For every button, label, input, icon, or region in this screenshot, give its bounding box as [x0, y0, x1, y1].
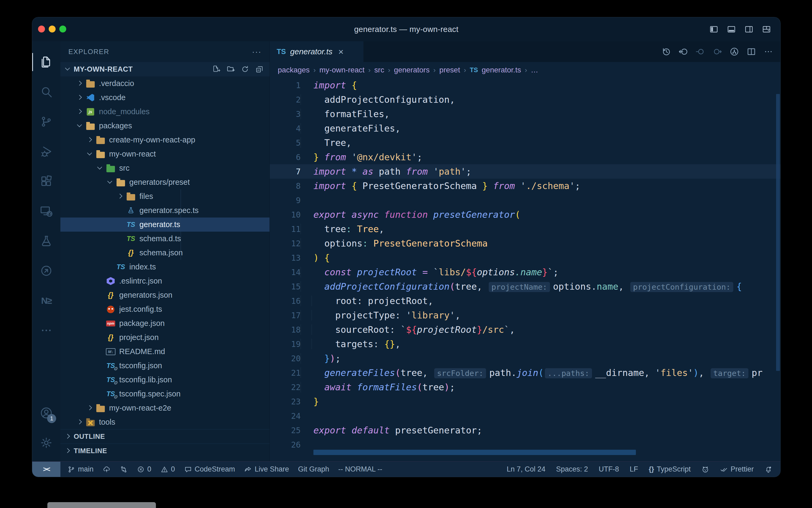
breadcrumb-item[interactable]: preset	[439, 66, 460, 74]
layout-sidebar-icon[interactable]	[709, 25, 719, 34]
horizontal-scrollbar[interactable]	[314, 450, 636, 455]
tree-item-project-json[interactable]: {}project.json	[60, 330, 270, 344]
activity-nx-console[interactable]: N≥	[32, 286, 60, 315]
activity-remote-explorer[interactable]	[32, 196, 60, 226]
status-item-0[interactable]: 0	[160, 465, 175, 473]
status-item-live-share[interactable]: Live Share	[244, 465, 289, 473]
tree-item-tsconfig-spec-json[interactable]: TS⚙tsconfig.spec.json	[60, 387, 270, 401]
vscode-window: generator.ts — my-own-react N≥1 EXPLORER…	[32, 17, 780, 477]
token-var: tree	[314, 224, 346, 234]
status-item-0[interactable]: 0	[137, 465, 151, 473]
tree-item--eslintrc-json[interactable]: .eslintrc.json	[60, 274, 270, 288]
status-item-typescript[interactable]: {}TypeScript	[649, 465, 691, 473]
tree-item-generators-preset[interactable]: generators/preset	[60, 175, 270, 189]
status-item--normal-[interactable]: -- NORMAL --	[338, 465, 382, 473]
layout-sidebar-right-icon[interactable]	[744, 25, 754, 34]
breadcrumb-item[interactable]: packages	[278, 66, 310, 74]
zoom-window-button[interactable]	[59, 26, 66, 33]
project-section-header[interactable]: MY-OWN-REACT	[60, 62, 270, 76]
chevron-spacer	[96, 278, 103, 284]
activity-source-control[interactable]	[32, 107, 60, 137]
tree-item--vscode[interactable]: .vscode	[60, 90, 270, 104]
new-file-button-icon[interactable]	[212, 65, 221, 74]
collapse-all-button-icon[interactable]	[255, 65, 264, 74]
status-item-spaces-2[interactable]: Spaces: 2	[556, 465, 588, 473]
token-strq: '	[449, 310, 455, 321]
token-var: formatFiles	[314, 109, 384, 119]
remote-indicator[interactable]: ><	[32, 462, 60, 477]
history-button-icon[interactable]	[661, 47, 671, 57]
tree-item-src[interactable]: src	[60, 161, 270, 175]
breadcrumb-symbol-more[interactable]: …	[531, 66, 538, 74]
activity-explorer[interactable]	[32, 47, 60, 77]
tree-item-generator-spec-ts[interactable]: generator.spec.ts	[60, 203, 270, 217]
chevron-down-icon	[76, 123, 83, 129]
status-item-lf[interactable]: LF	[630, 465, 638, 473]
tree-item-tools[interactable]: tools	[60, 415, 270, 429]
tree-item-package-json[interactable]: npmpackage.json	[60, 316, 270, 330]
minimize-window-button[interactable]	[49, 26, 56, 33]
refresh-button-icon[interactable]	[241, 65, 249, 74]
status-item-cloud-upload[interactable]	[103, 465, 111, 473]
more-dots-button-icon[interactable]	[763, 47, 773, 57]
tree-item-generator-ts[interactable]: TSgenerator.ts	[60, 217, 270, 231]
token-strq: `	[504, 324, 510, 335]
vertical-scrollbar[interactable]	[776, 94, 780, 371]
workbench: N≥1 EXPLORER ··· MY-OWN-REACT .verdaccio…	[32, 41, 780, 461]
new-folder-button-icon[interactable]	[226, 65, 235, 74]
sidebar-more-actions-button[interactable]: ···	[252, 47, 261, 56]
activity-settings[interactable]	[32, 428, 60, 458]
status-item-git-compare[interactable]	[120, 465, 128, 473]
close-tab-button[interactable]: ×	[338, 47, 344, 57]
status-item-octoface[interactable]	[701, 465, 709, 473]
title-bar[interactable]: generator.ts — my-own-react	[32, 17, 780, 41]
activity-run-debug[interactable]	[32, 137, 60, 166]
layout-grid-icon[interactable]	[762, 25, 771, 34]
back-circle-button-icon[interactable]	[678, 47, 688, 57]
code-line-content: const projectRoot = `libs/${options.name…	[301, 267, 559, 278]
tree-item-packages[interactable]: packages	[60, 119, 270, 133]
status-item-ln-7-col-24[interactable]: Ln 7, Col 24	[507, 465, 545, 473]
token-b3: {	[736, 281, 742, 292]
split-button-icon[interactable]	[746, 47, 756, 57]
status-item-utf-8[interactable]: UTF-8	[599, 465, 619, 473]
tree-item-my-own-react-e2e[interactable]: my-own-react-e2e	[60, 401, 270, 415]
tree-item-files[interactable]: files	[60, 189, 270, 203]
activity-accounts[interactable]: 1	[32, 398, 60, 428]
tree-item-readme-md[interactable]: M↓README.md	[60, 344, 270, 358]
activity-gitlens[interactable]	[32, 256, 60, 286]
breadcrumb-file[interactable]: generator.ts	[482, 66, 521, 74]
tree-item-tsconfig-lib-json[interactable]: TS⚙tsconfig.lib.json	[60, 373, 270, 387]
activity-testing[interactable]	[32, 226, 60, 256]
tree-item-jest-config-ts[interactable]: jest.config.ts	[60, 302, 270, 316]
circle-left-button-icon[interactable]	[695, 47, 705, 57]
tree-item-my-own-react[interactable]: my-own-react	[60, 147, 270, 161]
git-circle-button-icon[interactable]	[729, 47, 739, 57]
panel-header-outline[interactable]: OUTLINE	[60, 429, 270, 443]
tree-item-node-modules[interactable]: jsnode_modules	[60, 104, 270, 119]
circle-right-button-icon[interactable]	[712, 47, 722, 57]
layout-panel-icon[interactable]	[727, 25, 736, 34]
tree-item-schema-d-ts[interactable]: TSschema.d.ts	[60, 231, 270, 246]
status-item-bell-dot[interactable]	[764, 465, 772, 473]
breadcrumb-item[interactable]: src	[374, 66, 384, 74]
status-item-prettier[interactable]: Prettier	[720, 465, 754, 473]
code-editor[interactable]: 1import {2 addProjectConfiguration,3 for…	[270, 78, 780, 461]
breadcrumb-item[interactable]: generators	[394, 66, 430, 74]
tree-item--verdaccio[interactable]: .verdaccio	[60, 76, 270, 90]
status-item-codestream[interactable]: CodeStream	[184, 465, 235, 473]
tree-item-index-ts[interactable]: TSindex.ts	[60, 260, 270, 274]
activity-search[interactable]	[32, 77, 60, 107]
tree-item-schema-json[interactable]: {}schema.json	[60, 246, 270, 260]
tree-item-tsconfig-json[interactable]: TS⚙tsconfig.json	[60, 358, 270, 373]
activity-more-views[interactable]	[32, 315, 60, 345]
close-window-button[interactable]	[38, 26, 45, 33]
status-item-git-graph[interactable]: Git Graph	[298, 465, 329, 473]
activity-extensions[interactable]	[32, 166, 60, 196]
status-item-main[interactable]: main	[67, 465, 94, 473]
panel-header-timeline[interactable]: TIMELINE	[60, 443, 270, 458]
tab-generator-ts[interactable]: TSgenerator.ts×	[270, 41, 364, 62]
tree-item-create-my-own-react-app[interactable]: create-my-own-react-app	[60, 133, 270, 147]
breadcrumb-item[interactable]: my-own-react	[320, 66, 365, 74]
tree-item-generators-json[interactable]: {}generators.json	[60, 288, 270, 302]
